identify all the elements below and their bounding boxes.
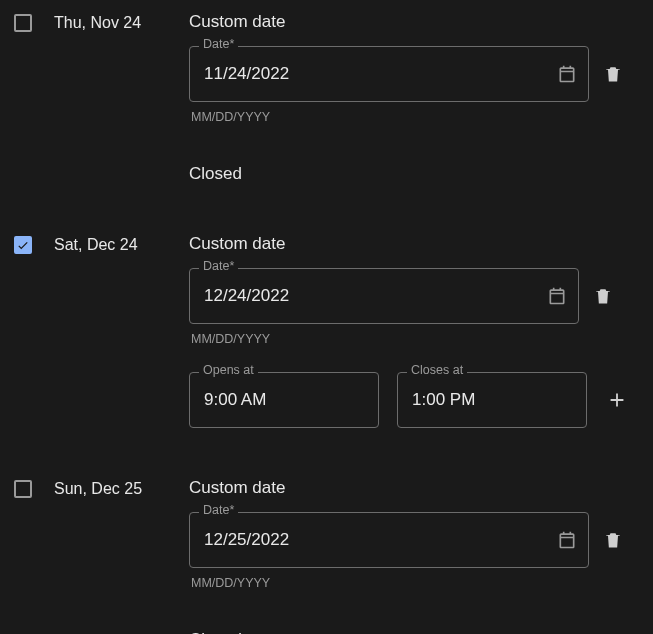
delete-icon[interactable] [601, 62, 625, 86]
section-title: Custom date [189, 12, 639, 32]
delete-icon[interactable] [601, 528, 625, 552]
calendar-icon[interactable] [557, 64, 577, 84]
section-title: Custom date [189, 234, 639, 254]
closed-text: Closed [189, 164, 639, 184]
date-float-label: Date* [199, 260, 238, 273]
day-label: Sat, Dec 24 [54, 234, 189, 254]
closes-input[interactable] [397, 372, 587, 428]
check-icon [16, 238, 30, 252]
date-field: Date* [189, 46, 589, 102]
date-helper: MM/DD/YYYY [191, 332, 639, 346]
date-helper: MM/DD/YYYY [191, 110, 639, 124]
closes-field: Closes at [397, 372, 587, 428]
date-input[interactable] [189, 268, 579, 324]
row-checkbox[interactable] [14, 14, 32, 32]
plus-icon[interactable] [605, 388, 629, 412]
row-content: Custom date Date* MM/DD/YYYY Closed [189, 478, 639, 634]
date-row: Sun, Dec 25 Custom date Date* MM/DD/YYYY… [14, 478, 639, 634]
section-title: Custom date [189, 478, 639, 498]
date-float-label: Date* [199, 38, 238, 51]
checkbox-col [14, 478, 54, 502]
row-content: Custom date Date* MM/DD/YYYY Opens at Cl… [189, 234, 639, 428]
closes-float-label: Closes at [407, 364, 467, 377]
day-label: Thu, Nov 24 [54, 12, 189, 32]
opens-field: Opens at [189, 372, 379, 428]
calendar-icon[interactable] [557, 530, 577, 550]
row-checkbox[interactable] [14, 236, 32, 254]
date-input[interactable] [189, 512, 589, 568]
row-checkbox[interactable] [14, 480, 32, 498]
date-float-label: Date* [199, 504, 238, 517]
date-helper: MM/DD/YYYY [191, 576, 639, 590]
closed-text: Closed [189, 630, 639, 634]
date-row: Thu, Nov 24 Custom date Date* MM/DD/YYYY… [14, 12, 639, 184]
delete-icon[interactable] [591, 284, 615, 308]
opens-float-label: Opens at [199, 364, 258, 377]
checkbox-col [14, 234, 54, 256]
time-row: Opens at Closes at [189, 372, 639, 428]
date-field: Date* [189, 268, 579, 324]
row-content: Custom date Date* MM/DD/YYYY Closed [189, 12, 639, 184]
day-label: Sun, Dec 25 [54, 478, 189, 498]
date-row: Sat, Dec 24 Custom date Date* MM/DD/YYYY… [14, 234, 639, 428]
opens-input[interactable] [189, 372, 379, 428]
checkbox-col [14, 12, 54, 36]
date-field: Date* [189, 512, 589, 568]
calendar-icon[interactable] [547, 286, 567, 306]
date-input[interactable] [189, 46, 589, 102]
